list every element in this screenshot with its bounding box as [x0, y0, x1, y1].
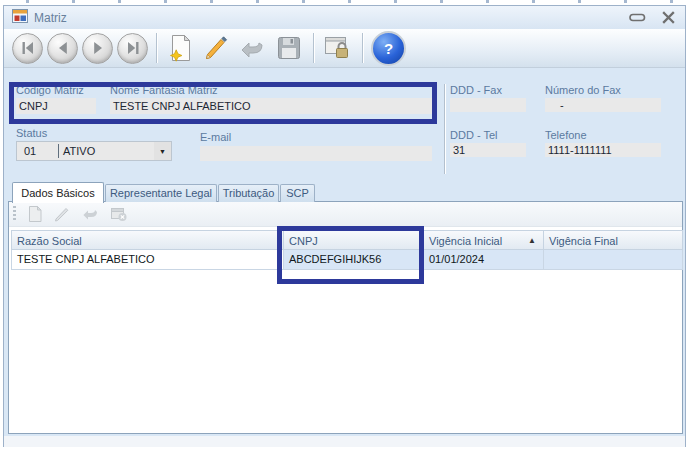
- grid-edit-button[interactable]: [52, 204, 74, 224]
- form-group-separator: [444, 84, 445, 174]
- undo-arrow-icon: [82, 206, 100, 222]
- first-record-icon: [20, 40, 36, 56]
- toolbar-separator: [362, 33, 363, 63]
- tab-representante-legal[interactable]: Representante Legal: [105, 184, 217, 202]
- status-value: ATIVO: [59, 145, 154, 157]
- minimize-icon[interactable]: [629, 13, 646, 22]
- window-bottom-strip: [4, 436, 685, 447]
- toolbar-separator: [156, 33, 157, 63]
- close-icon[interactable]: [662, 11, 675, 24]
- permissions-button[interactable]: [322, 32, 354, 64]
- toolbar-separator: [313, 33, 314, 63]
- ddd-fax-field[interactable]: [450, 98, 526, 112]
- grid-cell-razao-social[interactable]: TESTE CNPJ ALFABETICO: [11, 250, 284, 270]
- column-header-vigencia-final[interactable]: Vigência Final: [544, 230, 683, 250]
- numero-fax-field[interactable]: -: [545, 98, 661, 112]
- column-header-razao-social[interactable]: Razão Social: [11, 230, 284, 250]
- grid-cell-vigencia-final[interactable]: [544, 250, 683, 270]
- tab-tributacao[interactable]: Tributação: [218, 184, 279, 202]
- next-record-button[interactable]: [82, 33, 113, 64]
- tab-scp[interactable]: SCP: [280, 184, 315, 202]
- last-record-button[interactable]: [117, 33, 148, 64]
- new-record-button[interactable]: [165, 32, 197, 64]
- dropdown-arrow-icon[interactable]: ▼: [154, 142, 171, 160]
- previous-record-icon: [55, 40, 71, 56]
- tab-dados-basicos[interactable]: Dados Básicos: [12, 182, 104, 203]
- pencil-icon: [54, 205, 72, 223]
- column-header-vigencia-inicial[interactable]: Vigência Inicial ▲: [424, 230, 544, 250]
- sort-ascending-icon: ▲: [528, 231, 536, 250]
- telefone-field[interactable]: 1111-1111111: [545, 143, 661, 157]
- grid-cell-vigencia-inicial[interactable]: 01/01/2024: [424, 250, 544, 270]
- undo-arrow-icon: [240, 35, 266, 61]
- help-icon: ?: [384, 41, 393, 56]
- pencil-icon: [204, 34, 230, 62]
- toolbar-grip[interactable]: [13, 206, 16, 222]
- window-title: Matriz: [34, 11, 629, 25]
- annotation-box-matriz-fields: [9, 82, 437, 124]
- app-icon: [12, 9, 28, 27]
- numero-fax-label: Número do Fax: [545, 84, 621, 96]
- status-code: 01: [17, 145, 58, 157]
- help-button[interactable]: ?: [371, 31, 406, 66]
- main-toolbar: ?: [4, 29, 685, 68]
- ddd-tel-label: DDD - Tel: [450, 129, 497, 141]
- annotation-box-cnpj-column: [277, 226, 424, 284]
- grid-undo-button[interactable]: [80, 204, 102, 224]
- new-document-icon: [168, 34, 194, 62]
- grid-toolbar: [9, 202, 682, 227]
- table-delete-icon: [110, 206, 128, 222]
- new-document-icon: [27, 205, 43, 223]
- save-button[interactable]: [273, 32, 305, 64]
- save-floppy-icon: [277, 36, 301, 60]
- email-label: E-mail: [200, 131, 231, 143]
- email-field[interactable]: [200, 146, 432, 161]
- column-header-label: Vigência Inicial: [429, 235, 502, 247]
- ddd-tel-field[interactable]: 31: [450, 143, 526, 157]
- telefone-label: Telefone: [545, 129, 587, 141]
- title-bar[interactable]: Matriz: [4, 6, 685, 29]
- next-record-icon: [90, 40, 106, 56]
- grid-delete-button[interactable]: [108, 204, 130, 224]
- status-label: Status: [16, 127, 47, 139]
- window-lock-icon: [324, 35, 352, 61]
- ddd-fax-label: DDD - Fax: [450, 84, 502, 96]
- grid-new-button[interactable]: [24, 204, 46, 224]
- status-combobox[interactable]: 01 ATIVO ▼: [16, 141, 172, 161]
- first-record-button[interactable]: [12, 33, 43, 64]
- undo-button[interactable]: [237, 32, 269, 64]
- last-record-icon: [125, 40, 141, 56]
- edit-record-button[interactable]: [201, 32, 233, 64]
- previous-record-button[interactable]: [47, 33, 78, 64]
